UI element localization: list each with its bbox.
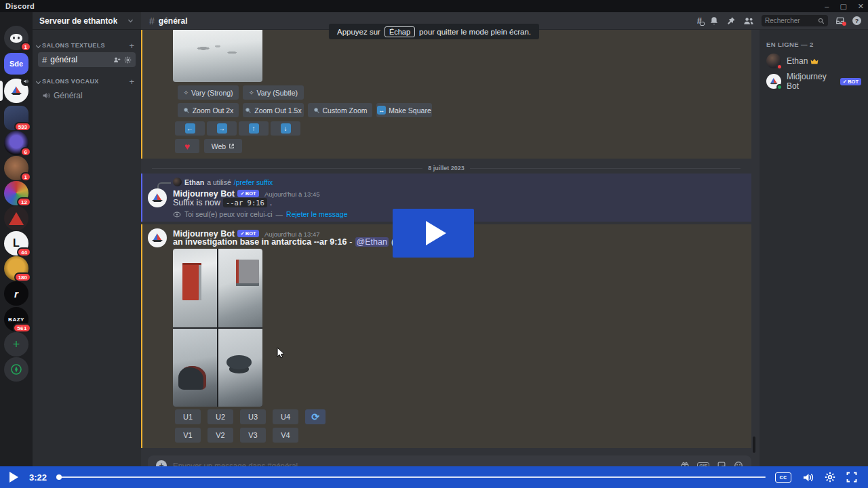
add-channel-button[interactable]: + [129,41,134,51]
player-progress-handle[interactable] [56,474,62,480]
volume-button[interactable] [802,472,814,483]
upscale-u2-button[interactable]: U2 [208,409,233,424]
server-r[interactable]: r [4,281,28,306]
close-button[interactable]: ✕ [858,2,864,11]
author-name[interactable]: Midjourney Bot [173,189,235,199]
zoom-out-2x-button[interactable]: Zoom Out 2x [178,103,239,117]
eye-icon [173,211,181,218]
triangle-logo-icon [9,212,24,225]
maximize-button[interactable]: ▢ [840,2,846,11]
prompt: an investigation base in antarctica --ar… [173,237,347,247]
notifications-bell-icon[interactable] [709,16,719,26]
channel-general-text[interactable]: # général [38,52,136,67]
video-play-overlay-button[interactable] [393,209,474,258]
magnifier-icon [183,107,190,114]
member-ethan[interactable]: Ethan [762,52,865,70]
server-l[interactable]: L 44 [4,231,28,256]
web-button[interactable]: Web [204,139,242,153]
member-name: Ethan [787,56,808,66]
user-mention[interactable]: @Ethan [355,237,389,247]
reply-command-link[interactable]: /prefer suffix [234,178,273,186]
bot-badge: ✓BOT [840,78,861,85]
upscale-u4-button[interactable]: U4 [273,409,298,424]
favorite-button[interactable]: ♥ [175,139,199,153]
server-bazy[interactable]: BAZY 561 [4,307,28,331]
pinned-messages-icon[interactable] [726,16,736,26]
grid-image-3[interactable] [173,329,217,407]
variation-v1-button[interactable]: V1 [175,428,201,443]
add-server-button[interactable]: + [4,332,28,357]
ephemeral-footer: Toi seul(e) peux voir celui-ci — Rejeter… [173,210,348,218]
sailboat-icon [770,78,778,85]
message-text: Suffix is now --ar 9:16 . [173,198,272,207]
inbox-icon[interactable] [835,16,845,25]
home-badge: 1 [20,42,31,52]
server-533[interactable]: 533 [4,106,28,130]
date-divider-label: 8 juillet 2023 [428,165,465,171]
grid-image-2[interactable] [218,249,262,327]
pan-up-button[interactable]: ↑ [239,121,269,136]
channel-settings-gear-icon[interactable] [124,56,132,64]
vary-strong-button[interactable]: ✧ Vary (Strong) [178,85,239,100]
upscale-u1-button[interactable]: U1 [175,409,201,424]
pan-left-button[interactable]: ← [175,121,205,136]
chat-scrollbar[interactable] [753,436,755,453]
help-icon[interactable]: ? [852,16,861,25]
server-pegasus[interactable]: 6 [4,131,28,155]
reroll-button[interactable]: ⟳ [305,409,326,424]
sparkle-icon: ✧ [249,89,254,96]
server-capybara[interactable]: 1 [4,156,28,180]
server-badge: 1 [20,172,31,182]
threads-icon[interactable]: # [697,16,702,26]
member-midjourney-bot[interactable]: Midjourney Bot ✓BOT [762,72,865,91]
voice-channels-section[interactable]: SALONS VOCAUX + [33,75,141,87]
member-list-icon[interactable] [743,16,754,26]
home-button[interactable]: 1 [4,26,28,50]
player-time: 3:22 [29,472,47,483]
zoom-out-15x-button[interactable]: Zoom Out 1.5x [243,103,304,117]
server-badge: 44 [17,247,31,257]
variation-v4-button[interactable]: V4 [273,428,298,443]
reply-context[interactable]: Ethan a utilisé /prefer suffix [173,178,273,186]
grid-image-4[interactable] [218,329,262,407]
invite-people-icon[interactable] [113,56,121,64]
server-midjourney[interactable] [4,79,28,103]
add-channel-button[interactable]: + [129,77,134,87]
variation-v3-button[interactable]: V3 [240,428,266,443]
make-square-button[interactable]: ↔ Make Square [376,103,432,117]
owner-crown-icon [810,58,818,64]
vary-subtle-button[interactable]: ✧ Vary (Subtle) [243,85,304,100]
midjourney-image-grid[interactable] [173,249,262,407]
upscaled-image-partial[interactable] [173,30,262,82]
section-label: SALONS TEXTUELS [42,42,105,49]
player-play-button[interactable] [9,472,18,483]
grid-image-1[interactable] [173,249,217,327]
custom-zoom-button[interactable]: Custom Zoom [308,103,372,117]
dismiss-message-link[interactable]: Rejeter le message [286,210,347,218]
play-icon [426,221,446,245]
server-graffiti[interactable]: 12 [4,181,28,205]
fullscreen-button[interactable] [846,472,857,483]
midjourney-avatar[interactable] [148,188,167,207]
server-triangle[interactable] [4,206,28,230]
server-badge: 533 [14,122,31,131]
server-gold[interactable]: 180 [4,256,28,281]
voice-active-icon [21,77,31,86]
text-channels-section[interactable]: SALONS TEXTUELS + [33,39,141,52]
upscale-u3-button[interactable]: U3 [240,409,266,424]
channel-general-voice[interactable]: Général [38,88,136,103]
midjourney-avatar[interactable] [148,228,167,247]
search-input[interactable] [765,17,818,24]
server-sde[interactable]: Sde [4,53,28,75]
captions-button[interactable]: cc [775,472,791,483]
search-bar[interactable] [762,15,828,26]
pan-down-button[interactable]: ↓ [271,121,300,136]
explore-servers-button[interactable] [4,357,28,382]
player-settings-gear-icon[interactable] [825,472,835,483]
minimize-button[interactable]: – [825,2,829,10]
variation-v2-button[interactable]: V2 [208,428,233,443]
player-progress-track[interactable] [58,476,766,478]
server-header[interactable]: Serveur de ethantok [33,12,141,30]
pan-right-button[interactable]: → [207,121,237,136]
bot-badge: ✓BOT [237,190,258,197]
